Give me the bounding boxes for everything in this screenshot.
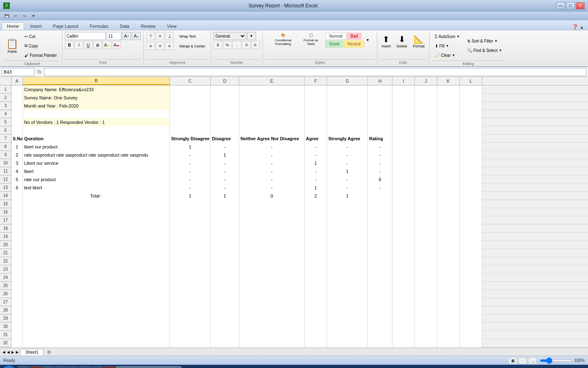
cell-e33[interactable]	[239, 347, 305, 348]
cell-f12[interactable]: -	[305, 175, 327, 184]
cell-l19[interactable]	[460, 233, 482, 241]
cell-k14[interactable]	[437, 192, 460, 200]
tab-insert[interactable]: Insert	[25, 22, 47, 30]
cell-k25[interactable]	[437, 282, 460, 290]
cell-f15[interactable]	[305, 200, 327, 208]
fill-dropdown[interactable]: ▼	[446, 44, 449, 48]
cell-d27[interactable]	[211, 298, 239, 306]
cell-f13[interactable]: 1	[305, 184, 327, 192]
cell-k17[interactable]	[437, 216, 460, 224]
increase-font-button[interactable]: A↑	[122, 32, 131, 40]
wrap-text-button[interactable]: Wrap Text	[176, 32, 198, 41]
cell-c19[interactable]	[170, 233, 211, 241]
cell-d33[interactable]	[211, 347, 239, 348]
cell-d22[interactable]	[211, 257, 239, 265]
cell-d15[interactable]	[211, 200, 239, 208]
cell-g29[interactable]	[327, 314, 368, 323]
cell-j29[interactable]	[415, 314, 437, 323]
cell-a17[interactable]	[11, 216, 23, 224]
cell-b2[interactable]: Survey Name: One Survey	[23, 94, 170, 102]
cell-b26[interactable]	[23, 290, 170, 298]
cell-i24[interactable]	[392, 274, 415, 282]
cell-l22[interactable]	[460, 257, 482, 265]
cell-k2[interactable]	[437, 94, 460, 102]
taskbar-folder[interactable]: 📁	[42, 366, 54, 368]
cell-f17[interactable]	[305, 216, 327, 224]
format-as-table-button[interactable]: 📋 Format as Table	[298, 32, 324, 48]
cell-c10[interactable]: -	[170, 159, 211, 167]
cell-i17[interactable]	[392, 216, 415, 224]
cell-i28[interactable]	[392, 306, 415, 314]
cell-d13[interactable]: -	[211, 184, 239, 192]
formula-input[interactable]	[45, 68, 586, 76]
cell-g17[interactable]	[327, 216, 368, 224]
cell-e17[interactable]	[239, 216, 305, 224]
sheet-tab-1[interactable]: Sheet1	[20, 349, 44, 355]
cell-c3[interactable]	[170, 102, 211, 110]
cell-f11[interactable]: -	[305, 167, 327, 175]
cell-i22[interactable]	[392, 257, 415, 265]
cell-i23[interactable]	[392, 265, 415, 274]
cell-i16[interactable]	[392, 208, 415, 216]
taskbar-app2[interactable]: ✕	[30, 366, 42, 368]
cell-d3[interactable]	[211, 102, 239, 110]
cell-c17[interactable]	[170, 216, 211, 224]
cell-b5[interactable]: No of Vendors : 1 Responded Vendor : 1	[23, 118, 170, 126]
cell-d10[interactable]: -	[211, 159, 239, 167]
sort-filter-dropdown[interactable]: ▼	[494, 39, 498, 43]
cell-j16[interactable]	[415, 208, 437, 216]
cell-a5[interactable]	[11, 118, 23, 126]
cell-e26[interactable]	[239, 290, 305, 298]
cell-h32[interactable]	[368, 339, 392, 347]
number-format-more[interactable]: ▼	[247, 32, 256, 40]
cell-k7[interactable]	[437, 135, 460, 143]
cell-h22[interactable]	[368, 257, 392, 265]
cell-d21[interactable]	[211, 249, 239, 257]
cell-e8[interactable]: -	[239, 143, 305, 151]
cell-l33[interactable]	[460, 347, 482, 348]
cell-j10[interactable]	[415, 159, 437, 167]
cell-g27[interactable]	[327, 298, 368, 306]
cell-f14[interactable]: 2	[305, 192, 327, 200]
cell-j13[interactable]	[415, 184, 437, 192]
tab-home[interactable]: Home	[2, 22, 24, 30]
styles-more-button[interactable]: ▼	[366, 38, 370, 42]
currency-button[interactable]: $	[214, 41, 223, 49]
cell-a27[interactable]	[11, 298, 23, 306]
cell-a14[interactable]	[11, 192, 23, 200]
cell-b3[interactable]: Month and Year : Feb-2020	[23, 102, 170, 110]
cell-a32[interactable]	[11, 339, 23, 347]
cell-j4[interactable]	[415, 110, 437, 118]
cell-j6[interactable]	[415, 126, 437, 135]
cell-h8[interactable]: -	[368, 143, 392, 151]
cell-f31[interactable]	[305, 331, 327, 339]
conditional-formatting-button[interactable]: 🎨 Conditional Formatting	[270, 32, 296, 48]
cell-d7[interactable]: Disagree	[211, 135, 239, 143]
cell-g1[interactable]	[327, 85, 368, 94]
cell-l26[interactable]	[460, 290, 482, 298]
insert-button[interactable]: ⬆ Insert	[380, 33, 393, 58]
taskbar-chrome[interactable]	[67, 366, 78, 368]
cell-d32[interactable]	[211, 339, 239, 347]
cell-a11[interactable]: 4	[11, 167, 23, 175]
taskbar-ie[interactable]: 🌐	[18, 366, 29, 368]
col-header-l[interactable]: L	[460, 77, 482, 85]
cell-b31[interactable]	[23, 331, 170, 339]
cell-a22[interactable]	[11, 257, 23, 265]
cell-d20[interactable]	[211, 241, 239, 249]
cell-k32[interactable]	[437, 339, 460, 347]
col-header-h[interactable]: H	[368, 77, 392, 85]
cell-e9[interactable]: -	[239, 151, 305, 159]
cell-a7[interactable]: S.No	[11, 135, 23, 143]
fill-color-button[interactable]: A▬	[102, 41, 111, 49]
cell-k5[interactable]	[437, 118, 460, 126]
cell-h24[interactable]	[368, 274, 392, 282]
cell-e24[interactable]	[239, 274, 305, 282]
cell-e11[interactable]: -	[239, 167, 305, 175]
col-header-i[interactable]: I	[392, 77, 415, 85]
cell-e20[interactable]	[239, 241, 305, 249]
cell-b10[interactable]: Likert our service	[23, 159, 170, 167]
cell-l6[interactable]	[460, 126, 482, 135]
cell-f19[interactable]	[305, 233, 327, 241]
cell-a19[interactable]	[11, 233, 23, 241]
